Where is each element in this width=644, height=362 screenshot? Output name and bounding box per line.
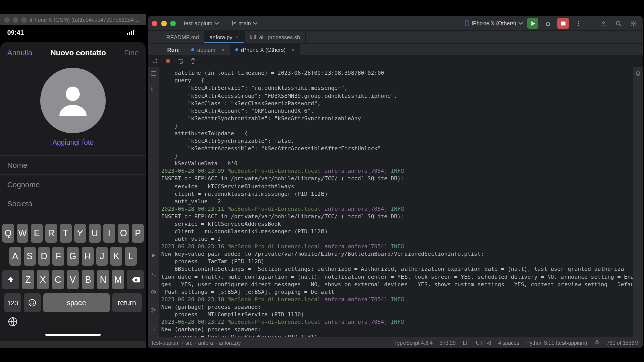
simulator-title: iPhone X (GSM) (b21c94cdc47907b512d445c5… [30,17,142,23]
breadcrumb-segment[interactable]: src [185,340,192,346]
zoom-window-icon[interactable] [170,21,176,26]
space-key[interactable]: space [43,293,110,312]
key-u[interactable]: U [89,224,101,243]
stop-button[interactable] [557,18,569,29]
close-tab-icon[interactable]: × [221,47,224,53]
debug-button[interactable] [542,18,553,29]
collab-button[interactable] [598,18,609,29]
add-photo-button[interactable]: Aggiungi foto [52,138,94,146]
key-r[interactable]: R [45,224,57,243]
console-output[interactable]: datetime (in local timezone) = 2023-06-2… [159,67,633,337]
stop-console-button[interactable] [165,58,171,64]
key-w[interactable]: W [17,224,29,243]
key-n[interactable]: N [97,270,109,289]
key-h[interactable]: H [82,247,94,266]
key-f[interactable]: F [52,247,64,266]
key-t[interactable]: T [60,224,72,243]
ide-window: test-appium main iPhone X (Others) [148,16,643,348]
cancel-button[interactable]: Annulla [7,48,32,57]
key-y[interactable]: Y [74,224,87,243]
key-q[interactable]: Q [2,224,14,243]
key-j[interactable]: J [96,247,108,266]
key-c[interactable]: C [52,270,64,289]
editor-tab[interactable]: kill_all_processes.sh [245,31,306,43]
run-button[interactable] [527,18,538,29]
key-g[interactable]: G [67,247,79,266]
python-console-icon[interactable] [150,270,157,279]
more-actions-button[interactable] [573,18,584,29]
run-config-tab[interactable]: iPhone X (Others)× [230,44,300,55]
structure-tool-icon[interactable] [150,85,157,94]
key-s[interactable]: S [24,247,36,266]
key-b[interactable]: B [82,270,94,289]
key-l[interactable]: L [125,247,137,266]
status-pos[interactable]: 373:29 [440,340,456,346]
globe-icon[interactable] [7,316,18,329]
key-p[interactable]: P [132,224,144,243]
status-lang[interactable]: TypeScript 4.8.4 [394,340,433,346]
home-indicator[interactable] [45,334,101,336]
run-target-selector[interactable]: iPhone X (Others) [464,20,523,26]
key-o[interactable]: O [118,224,130,243]
emoji-icon [28,298,37,307]
status-indent[interactable]: 4 spaces [498,340,519,346]
project-selector[interactable]: test-appium [180,19,223,27]
terminal-tool-icon[interactable] [150,325,157,333]
svg-point-23 [151,86,152,87]
lock-icon [594,339,600,345]
key-i[interactable]: I [103,224,115,243]
status-le[interactable]: LF [463,340,469,346]
kebab-icon [575,20,582,27]
key-d[interactable]: D [38,247,50,266]
contact-avatar-placeholder[interactable] [40,68,106,133]
editor-tab[interactable]: README.md [161,31,204,43]
return-key[interactable]: return [112,293,142,312]
numbers-key[interactable]: 123 [4,293,21,312]
svg-point-24 [151,88,152,89]
key-m[interactable]: M [112,270,124,289]
key-a[interactable]: A [9,247,21,266]
search-button[interactable] [613,18,624,29]
shift-key[interactable] [2,270,19,289]
editor-tab[interactable]: anfora.py× [204,31,244,43]
first-name-field[interactable]: Nome [0,155,146,175]
project-tool-icon[interactable] [150,70,157,78]
run-tool-icon[interactable] [150,252,157,260]
backspace-key[interactable] [127,270,144,289]
soft-wrap-button[interactable] [177,58,184,64]
done-button[interactable]: Fine [124,48,139,57]
status-enc[interactable]: UTF-8 [476,340,491,346]
breadcrumb-segment[interactable]: anfora.py [219,340,241,346]
minimize-dot-icon[interactable] [13,17,18,23]
key-v[interactable]: V [67,270,79,289]
breadcrumb-segment[interactable]: anfora [198,340,213,346]
rerun-button[interactable] [152,58,158,64]
play-icon [530,21,536,26]
close-tab-icon[interactable]: × [235,34,238,40]
notifications-tool-icon[interactable] [635,70,641,78]
settings-button[interactable] [628,18,639,29]
status-lock[interactable] [594,339,600,346]
key-x[interactable]: X [37,270,49,289]
close-tab-icon[interactable]: × [292,47,295,53]
clear-console-button[interactable] [190,58,196,64]
services-tool-icon[interactable] [150,289,157,297]
emoji-key[interactable] [24,293,41,312]
minimize-window-icon[interactable] [161,21,167,26]
key-k[interactable]: K [110,247,122,266]
key-e[interactable]: E [31,224,43,243]
breadcrumb-segment[interactable]: test-appium [152,340,180,346]
status-mem[interactable]: 760 of 1536M [607,340,639,346]
breadcrumbs[interactable]: test-appium›src›anfora›anfora.py [152,340,241,346]
editor-tabs: README.mdanfora.py×kill_all_processes.sh [148,30,643,43]
close-dot-icon[interactable] [4,17,10,23]
status-interp[interactable]: Python 3.11 (test-appium) [526,340,587,346]
run-config-tab[interactable]: appium× [186,44,230,55]
last-name-field[interactable]: Cognome [0,175,146,194]
key-z[interactable]: Z [22,270,34,289]
close-window-icon[interactable] [152,21,157,26]
branch-selector[interactable]: main [227,19,262,27]
company-field[interactable]: Società [0,194,146,213]
vcs-tool-icon[interactable] [150,307,157,315]
zoom-dot-icon[interactable] [21,17,27,23]
